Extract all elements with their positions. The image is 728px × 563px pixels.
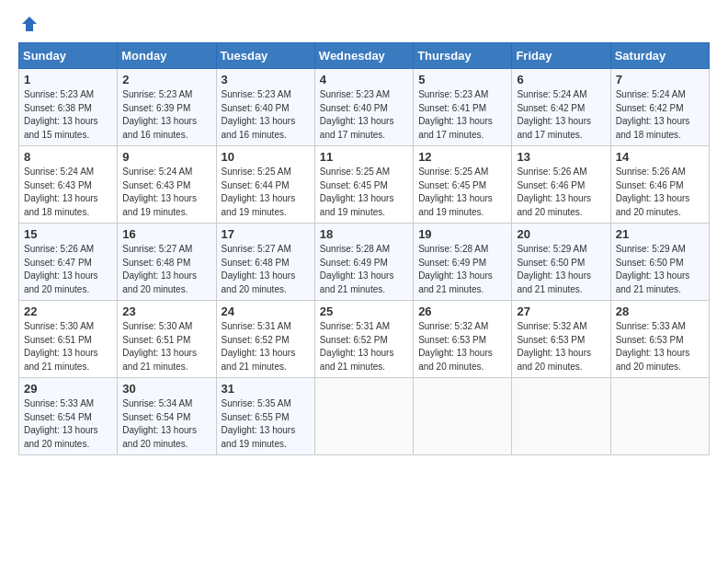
day-info: Sunrise: 5:27 AM Sunset: 6:48 PM Dayligh… <box>122 243 210 296</box>
day-info: Sunrise: 5:23 AM Sunset: 6:38 PM Dayligh… <box>24 88 112 142</box>
day-number: 3 <box>222 73 310 86</box>
day-number: 30 <box>122 382 210 396</box>
day-number: 15 <box>24 227 112 241</box>
day-number: 12 <box>418 150 506 164</box>
day-info: Sunrise: 5:32 AM Sunset: 6:53 PM Dayligh… <box>418 320 506 373</box>
day-number: 21 <box>616 227 704 241</box>
day-info: Sunrise: 5:25 AM Sunset: 6:45 PM Dayligh… <box>418 166 506 219</box>
calendar-cell: 1Sunrise: 5:23 AM Sunset: 6:38 PM Daylig… <box>19 69 118 146</box>
calendar-cell: 17Sunrise: 5:27 AM Sunset: 6:48 PM Dayli… <box>216 224 314 301</box>
day-info: Sunrise: 5:23 AM Sunset: 6:40 PM Dayligh… <box>320 88 408 142</box>
logo <box>18 15 39 33</box>
calendar-cell: 5Sunrise: 5:23 AM Sunset: 6:41 PM Daylig… <box>414 69 512 146</box>
calendar-cell: 20Sunrise: 5:29 AM Sunset: 6:50 PM Dayli… <box>512 224 610 301</box>
calendar-cell: 12Sunrise: 5:25 AM Sunset: 6:45 PM Dayli… <box>414 146 512 224</box>
calendar-cell <box>610 378 709 455</box>
day-number: 14 <box>616 150 704 164</box>
day-info: Sunrise: 5:29 AM Sunset: 6:50 PM Dayligh… <box>616 243 704 296</box>
calendar-cell <box>314 378 413 455</box>
calendar-cell: 27Sunrise: 5:32 AM Sunset: 6:53 PM Dayli… <box>512 301 610 378</box>
day-header-sunday: Sunday <box>19 43 118 69</box>
day-number: 6 <box>517 73 605 86</box>
calendar-cell: 9Sunrise: 5:24 AM Sunset: 6:43 PM Daylig… <box>118 146 216 224</box>
day-number: 5 <box>418 73 506 86</box>
day-number: 16 <box>122 227 210 241</box>
calendar-week-3: 15Sunrise: 5:26 AM Sunset: 6:47 PM Dayli… <box>19 224 710 301</box>
day-number: 20 <box>517 227 605 241</box>
calendar-cell: 23Sunrise: 5:30 AM Sunset: 6:51 PM Dayli… <box>118 301 216 378</box>
calendar-page: SundayMondayTuesdayWednesdayThursdayFrid… <box>0 0 728 563</box>
calendar-cell: 2Sunrise: 5:23 AM Sunset: 6:39 PM Daylig… <box>118 69 216 146</box>
day-info: Sunrise: 5:30 AM Sunset: 6:51 PM Dayligh… <box>24 320 112 373</box>
calendar-cell: 31Sunrise: 5:35 AM Sunset: 6:55 PM Dayli… <box>216 378 314 455</box>
day-info: Sunrise: 5:26 AM Sunset: 6:46 PM Dayligh… <box>517 166 605 219</box>
day-header-saturday: Saturday <box>610 43 709 69</box>
day-header-monday: Monday <box>118 43 216 69</box>
day-header-wednesday: Wednesday <box>314 43 413 69</box>
day-number: 25 <box>320 304 408 318</box>
day-info: Sunrise: 5:34 AM Sunset: 6:54 PM Dayligh… <box>122 397 210 451</box>
calendar-cell: 21Sunrise: 5:29 AM Sunset: 6:50 PM Dayli… <box>610 224 709 301</box>
day-number: 7 <box>616 73 704 86</box>
calendar-cell: 14Sunrise: 5:26 AM Sunset: 6:46 PM Dayli… <box>610 146 709 224</box>
calendar-cell: 8Sunrise: 5:24 AM Sunset: 6:43 PM Daylig… <box>19 146 118 224</box>
day-number: 1 <box>24 73 112 86</box>
day-info: Sunrise: 5:35 AM Sunset: 6:55 PM Dayligh… <box>222 397 310 451</box>
svg-marker-0 <box>22 17 37 31</box>
calendar-cell: 7Sunrise: 5:24 AM Sunset: 6:42 PM Daylig… <box>610 69 709 146</box>
calendar-cell: 10Sunrise: 5:25 AM Sunset: 6:44 PM Dayli… <box>216 146 314 224</box>
day-info: Sunrise: 5:24 AM Sunset: 6:42 PM Dayligh… <box>616 88 704 142</box>
day-header-thursday: Thursday <box>414 43 512 69</box>
calendar-cell: 26Sunrise: 5:32 AM Sunset: 6:53 PM Dayli… <box>414 301 512 378</box>
calendar-cell: 19Sunrise: 5:28 AM Sunset: 6:49 PM Dayli… <box>414 224 512 301</box>
day-info: Sunrise: 5:25 AM Sunset: 6:44 PM Dayligh… <box>222 166 310 219</box>
calendar-cell: 25Sunrise: 5:31 AM Sunset: 6:52 PM Dayli… <box>314 301 413 378</box>
day-number: 11 <box>320 150 408 164</box>
day-number: 28 <box>616 304 704 318</box>
calendar-cell: 30Sunrise: 5:34 AM Sunset: 6:54 PM Dayli… <box>118 378 216 455</box>
calendar-cell: 18Sunrise: 5:28 AM Sunset: 6:49 PM Dayli… <box>314 224 413 301</box>
day-number: 31 <box>222 382 310 396</box>
day-number: 29 <box>24 382 112 396</box>
day-header-tuesday: Tuesday <box>216 43 314 69</box>
day-info: Sunrise: 5:33 AM Sunset: 6:54 PM Dayligh… <box>24 397 112 451</box>
calendar-cell: 15Sunrise: 5:26 AM Sunset: 6:47 PM Dayli… <box>19 224 118 301</box>
day-number: 8 <box>24 150 112 164</box>
calendar-cell: 11Sunrise: 5:25 AM Sunset: 6:45 PM Dayli… <box>314 146 413 224</box>
day-info: Sunrise: 5:31 AM Sunset: 6:52 PM Dayligh… <box>222 320 310 373</box>
calendar-cell: 28Sunrise: 5:33 AM Sunset: 6:53 PM Dayli… <box>610 301 709 378</box>
day-number: 10 <box>222 150 310 164</box>
day-info: Sunrise: 5:24 AM Sunset: 6:42 PM Dayligh… <box>517 88 605 142</box>
day-number: 24 <box>222 304 310 318</box>
day-info: Sunrise: 5:30 AM Sunset: 6:51 PM Dayligh… <box>122 320 210 373</box>
calendar-cell: 3Sunrise: 5:23 AM Sunset: 6:40 PM Daylig… <box>216 69 314 146</box>
calendar-cell <box>512 378 610 455</box>
day-info: Sunrise: 5:28 AM Sunset: 6:49 PM Dayligh… <box>418 243 506 296</box>
calendar-header-row: SundayMondayTuesdayWednesdayThursdayFrid… <box>19 43 710 69</box>
calendar-cell: 6Sunrise: 5:24 AM Sunset: 6:42 PM Daylig… <box>512 69 610 146</box>
day-header-friday: Friday <box>512 43 610 69</box>
day-number: 9 <box>122 150 210 164</box>
day-number: 18 <box>320 227 408 241</box>
calendar-cell: 4Sunrise: 5:23 AM Sunset: 6:40 PM Daylig… <box>314 69 413 146</box>
header <box>18 15 710 33</box>
day-number: 19 <box>418 227 506 241</box>
calendar-cell: 24Sunrise: 5:31 AM Sunset: 6:52 PM Dayli… <box>216 301 314 378</box>
day-info: Sunrise: 5:28 AM Sunset: 6:49 PM Dayligh… <box>320 243 408 296</box>
calendar-week-1: 1Sunrise: 5:23 AM Sunset: 6:38 PM Daylig… <box>19 69 710 146</box>
day-info: Sunrise: 5:29 AM Sunset: 6:50 PM Dayligh… <box>517 243 605 296</box>
day-info: Sunrise: 5:31 AM Sunset: 6:52 PM Dayligh… <box>320 320 408 373</box>
calendar-cell <box>414 378 512 455</box>
day-number: 23 <box>122 304 210 318</box>
logo-icon <box>20 15 39 33</box>
day-number: 17 <box>222 227 310 241</box>
day-number: 13 <box>517 150 605 164</box>
day-info: Sunrise: 5:25 AM Sunset: 6:45 PM Dayligh… <box>320 166 408 219</box>
day-info: Sunrise: 5:24 AM Sunset: 6:43 PM Dayligh… <box>24 166 112 219</box>
day-info: Sunrise: 5:32 AM Sunset: 6:53 PM Dayligh… <box>517 320 605 373</box>
calendar-cell: 16Sunrise: 5:27 AM Sunset: 6:48 PM Dayli… <box>118 224 216 301</box>
calendar-week-4: 22Sunrise: 5:30 AM Sunset: 6:51 PM Dayli… <box>19 301 710 378</box>
day-info: Sunrise: 5:23 AM Sunset: 6:40 PM Dayligh… <box>222 88 310 142</box>
calendar-table: SundayMondayTuesdayWednesdayThursdayFrid… <box>18 42 710 455</box>
day-info: Sunrise: 5:33 AM Sunset: 6:53 PM Dayligh… <box>616 320 704 373</box>
